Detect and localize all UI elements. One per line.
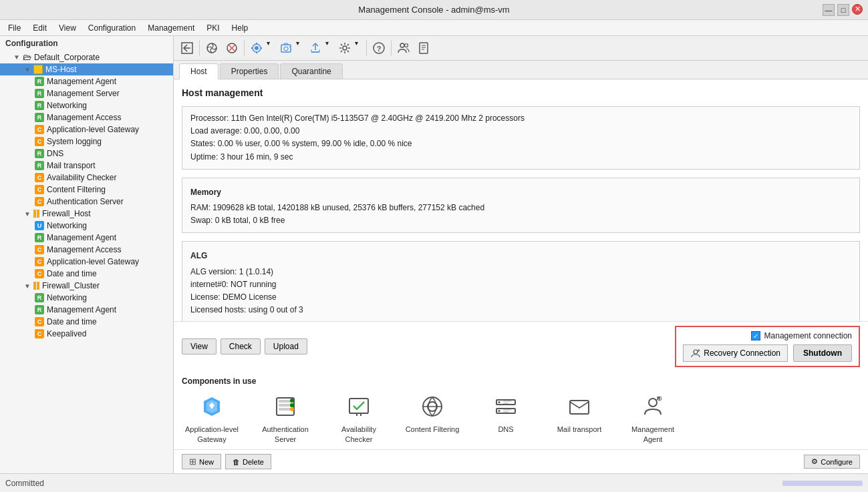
sidebar-item-mail-transport-1[interactable]: R Mail transport [0, 160, 173, 172]
sidebar-item-networking-3[interactable]: R Networking [0, 292, 173, 304]
sidebar-item-date-time-1[interactable]: C Date and time [0, 268, 173, 280]
sidebar-label-management-access-1: Management Access [47, 113, 121, 122]
sidebar-item-management-access-1[interactable]: R Management Access [0, 111, 173, 124]
sidebar-item-management-agent-1[interactable]: R Management Agent [0, 75, 173, 87]
toolbar-sep-3 [366, 40, 367, 56]
tb-settings-button[interactable] [335, 39, 354, 57]
tb-users-button[interactable] [394, 39, 413, 57]
tb-update-button[interactable] [247, 39, 266, 57]
sidebar-item-firewall-cluster[interactable]: ▼ Firewall_Cluster [0, 280, 173, 292]
tab-quarantine[interactable]: Quarantine [280, 63, 342, 79]
configure-button[interactable]: ⚙ Configure [804, 455, 860, 469]
toggle-firewall-cluster[interactable]: ▼ [24, 282, 33, 290]
sidebar-label-ms-host: MS-Host [45, 65, 77, 74]
management-agent-label: ManagementAgent [631, 425, 674, 444]
menu-pki[interactable]: PKI [201, 22, 225, 34]
menu-configuration[interactable]: Configuration [83, 22, 141, 34]
tb-capture-dropdown[interactable]: ▾ [295, 39, 305, 57]
sidebar-label-default-corporate: Default_Corporate [34, 53, 100, 62]
badge-r-3: R [35, 101, 44, 110]
maximize-button[interactable]: □ [837, 4, 849, 16]
status-bar: Committed [0, 473, 868, 492]
badge-r-2: R [35, 89, 44, 98]
sidebar-label-firewall-host: Firewall_Host [42, 209, 91, 218]
sidebar-item-availability-checker-1[interactable]: C Availability Checker [0, 172, 173, 184]
update-icon [250, 41, 263, 55]
menu-file[interactable]: File [3, 22, 26, 34]
dns-icon [492, 393, 520, 421]
close-button[interactable]: ✕ [852, 4, 863, 15]
processor-info-box: Processor: 11th Gen Intel(R) Core(TM) i5… [182, 106, 860, 170]
delete-button[interactable]: 🗑 Delete [225, 454, 271, 469]
shutdown-button[interactable]: Shutdown [793, 344, 852, 362]
tab-host[interactable]: Host [179, 63, 219, 79]
management-connection-checkbox[interactable]: ✓ [751, 331, 760, 340]
sidebar-item-date-time-2[interactable]: C Date and time [0, 316, 173, 328]
tb-upload-dropdown[interactable]: ▾ [325, 39, 334, 57]
sidebar-item-ms-host[interactable]: ▼ MS-Host [0, 63, 173, 75]
sidebar-item-application-gateway-1[interactable]: C Application-level Gateway [0, 124, 173, 136]
check-button[interactable]: Check [221, 338, 261, 354]
components-section: Components in use Application-levelGate [174, 371, 868, 449]
sidebar-item-authentication-server-1[interactable]: C Authentication Server [0, 196, 173, 208]
view-button[interactable]: View [182, 338, 216, 354]
tb-report-button[interactable] [414, 39, 433, 57]
management-agent-icon [639, 393, 667, 421]
badge-c-9: C [35, 317, 44, 326]
sidebar-item-networking-1[interactable]: R Networking [0, 99, 173, 111]
upload-icon [309, 41, 322, 55]
sidebar-item-management-access-2[interactable]: C Management Access [0, 244, 173, 256]
badge-c-8: C [35, 269, 44, 278]
bottom-right-buttons: ⚙ Configure [804, 455, 860, 469]
sidebar-item-management-server[interactable]: R Management Server [0, 87, 173, 99]
new-button[interactable]: ⊞ New [182, 454, 221, 469]
minimize-button[interactable]: — [823, 4, 835, 16]
toggle-ms-host[interactable]: ▼ [24, 66, 33, 73]
tb-upload-button[interactable] [306, 39, 325, 57]
sidebar-item-default-corporate[interactable]: ▼ 🗁 Default_Corporate [0, 51, 173, 63]
svg-point-6 [255, 46, 259, 50]
menu-management[interactable]: Management [142, 22, 200, 34]
toggle-default-corporate[interactable]: ▼ [13, 53, 23, 61]
component-management-agent[interactable]: ManagementAgent [623, 393, 683, 444]
badge-c-4: C [35, 185, 44, 194]
configure-label: Configure [821, 458, 853, 466]
badge-r-8: R [35, 293, 44, 302]
tb-back-button[interactable] [178, 39, 196, 57]
recovery-icon [690, 348, 701, 358]
sidebar-item-management-agent-2[interactable]: R Management Agent [0, 232, 173, 244]
menu-help[interactable]: Help [227, 22, 254, 34]
component-availability-checker[interactable]: AvailabilityChecker [329, 393, 389, 444]
tb-disconnect-button[interactable] [223, 39, 241, 57]
component-content-filtering[interactable]: Content Filtering [402, 393, 462, 444]
badge-r-5: R [35, 149, 44, 158]
tb-update-dropdown[interactable]: ▾ [266, 39, 275, 57]
sidebar-item-management-agent-3[interactable]: R Management Agent [0, 304, 173, 316]
tb-capture-button[interactable] [277, 39, 295, 57]
component-app-gateway[interactable]: Application-levelGateway [182, 393, 242, 444]
tb-settings-dropdown[interactable]: ▾ [354, 39, 364, 57]
sidebar-item-application-gateway-2[interactable]: C Application-level Gateway [0, 256, 173, 268]
component-dns[interactable]: DNS [476, 393, 536, 444]
sidebar-item-firewall-host[interactable]: ▼ Firewall_Host [0, 208, 173, 220]
tab-properties[interactable]: Properties [220, 63, 279, 79]
sidebar-item-system-logging[interactable]: C System logging [0, 136, 173, 148]
action-bar: View Check Upload ✓ Management connectio… [174, 321, 868, 371]
sidebar-item-keepalived[interactable]: C Keepalived [0, 328, 173, 340]
menu-view[interactable]: View [53, 22, 82, 34]
sidebar-item-content-filtering-1[interactable]: C Content Filtering [0, 184, 173, 196]
sidebar-label-management-access-2: Management Access [47, 245, 121, 254]
sidebar-item-dns-1[interactable]: R DNS [0, 148, 173, 160]
component-auth-server[interactable]: AuthenticationServer [255, 393, 315, 444]
component-mail-transport[interactable]: Mail transport [549, 393, 609, 444]
management-connection-box: ✓ Management connection Recovery Conne [675, 326, 860, 367]
recovery-connection-button[interactable]: Recovery Connection [683, 344, 788, 362]
menu-edit[interactable]: Edit [27, 22, 52, 34]
sidebar-item-networking-2[interactable]: U Networking [0, 220, 173, 232]
toggle-firewall-host[interactable]: ▼ [24, 210, 33, 218]
tb-connect-button[interactable] [202, 39, 221, 57]
badge-c-2: C [35, 137, 44, 146]
svg-point-36 [498, 410, 500, 412]
upload-button[interactable]: Upload [265, 338, 307, 354]
tb-help-button[interactable]: ? [370, 39, 388, 57]
